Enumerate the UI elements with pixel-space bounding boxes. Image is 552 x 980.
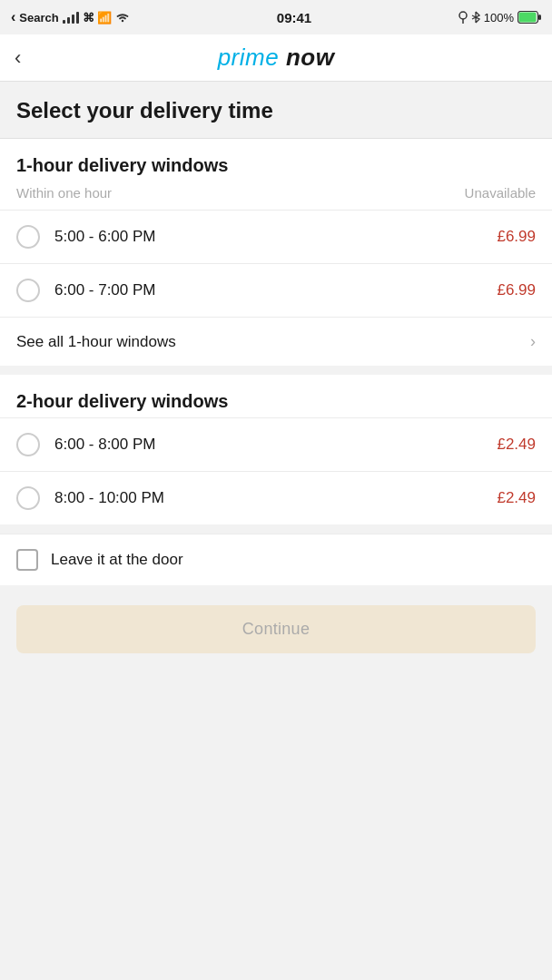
svg-rect-2 — [518, 13, 536, 23]
continue-section: Continue — [0, 594, 552, 670]
status-bar-right: 100% — [458, 11, 541, 24]
battery-percent: 100% — [484, 11, 514, 24]
svg-point-0 — [459, 12, 467, 19]
page-title-section: Select your delivery time — [0, 82, 552, 139]
continue-button[interactable]: Continue — [16, 605, 536, 653]
unavailable-status: Unavailable — [465, 185, 536, 201]
wifi-svg-icon — [115, 12, 130, 23]
svg-rect-3 — [538, 15, 541, 20]
option-time-1: 5:00 - 6:00 PM — [54, 228, 497, 246]
chevron-right-icon: › — [530, 332, 536, 351]
option-price-3: £2.49 — [497, 436, 536, 454]
radio-button-1[interactable] — [16, 225, 40, 249]
two-hour-heading: 2-hour delivery windows — [0, 375, 552, 417]
section-divider-1 — [0, 366, 552, 375]
nav-bar: ‹ prime now — [0, 34, 552, 82]
see-all-one-hour-row[interactable]: See all 1-hour windows › — [0, 317, 552, 366]
nav-back-button[interactable]: ‹ — [15, 46, 21, 70]
status-bar: ‹ Search ⌘︎ 📶 09:41 100% — [0, 0, 552, 34]
option-time-3: 6:00 - 8:00 PM — [54, 436, 497, 454]
back-arrow-icon: ‹ — [11, 9, 15, 25]
battery-icon — [518, 11, 541, 24]
app-title-prime: prime — [218, 44, 280, 71]
two-hour-section: 2-hour delivery windows 6:00 - 8:00 PM £… — [0, 375, 552, 524]
one-hour-heading: 1-hour delivery windows — [0, 139, 552, 181]
status-time: 09:41 — [277, 10, 311, 25]
radio-button-3[interactable] — [16, 433, 40, 456]
two-hour-option-1[interactable]: 6:00 - 8:00 PM £2.49 — [0, 417, 552, 471]
status-bar-left: ‹ Search ⌘︎ 📶 — [11, 9, 130, 25]
option-time-2: 6:00 - 7:00 PM — [54, 281, 497, 299]
one-hour-subheader: Within one hour Unavailable — [0, 181, 552, 210]
app-title: prime now — [218, 44, 335, 72]
two-hour-option-2[interactable]: 8:00 - 10:00 PM £2.49 — [0, 471, 552, 524]
radio-button-4[interactable] — [16, 486, 40, 510]
status-search-label: Search — [19, 11, 58, 24]
leave-door-section[interactable]: Leave it at the door — [0, 534, 552, 585]
wifi-icon: ⌘︎ 📶 — [83, 11, 113, 24]
option-price-4: £2.49 — [497, 489, 536, 507]
app-title-now: now — [286, 44, 335, 71]
one-hour-option-2[interactable]: 6:00 - 7:00 PM £6.99 — [0, 263, 552, 317]
one-hour-section: 1-hour delivery windows Within one hour … — [0, 139, 552, 366]
chevron-left-icon: ‹ — [15, 46, 21, 69]
see-all-label: See all 1-hour windows — [16, 333, 176, 351]
within-one-hour-label: Within one hour — [16, 185, 112, 201]
option-price-1: £6.99 — [497, 228, 536, 246]
page-title: Select your delivery time — [16, 98, 536, 123]
leave-door-checkbox[interactable] — [16, 549, 38, 571]
leave-door-label: Leave it at the door — [51, 551, 183, 569]
location-icon — [458, 11, 468, 24]
option-price-2: £6.99 — [497, 281, 536, 299]
option-time-4: 8:00 - 10:00 PM — [54, 489, 497, 507]
radio-button-2[interactable] — [16, 279, 40, 302]
one-hour-option-1[interactable]: 5:00 - 6:00 PM £6.99 — [0, 210, 552, 263]
bluetooth-icon — [471, 11, 480, 24]
signal-icon — [63, 11, 79, 24]
